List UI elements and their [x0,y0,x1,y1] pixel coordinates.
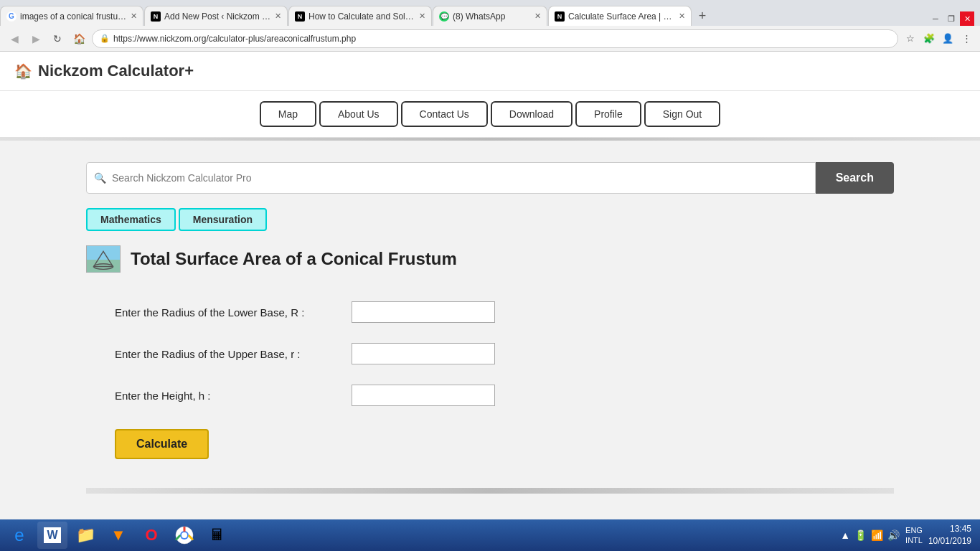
form-section: Enter the Radius of the Lower Base, R : … [86,294,894,474]
tab-close[interactable]: ✕ [679,11,685,21]
account-icon[interactable]: 👤 [940,31,956,47]
page-title: Total Surface Area of a Conical Frustum [131,249,457,269]
tab-title: How to Calculate and Solve for... [308,11,416,22]
form-row-height: Enter the Height, h : [115,385,865,406]
lower-radius-input[interactable] [352,301,495,323]
back-button[interactable]: ◀ [6,30,23,47]
taskbar-opera[interactable]: O [136,522,166,549]
volume-icon[interactable]: 🔊 [887,529,900,541]
chrome-icon [175,526,194,545]
tab-title: (8) WhatsApp [453,11,532,22]
tab-close[interactable]: ✕ [275,11,281,21]
browser-window: G images of a conical frustum - G... ✕ N… [0,0,980,551]
main-content: 🔍 Search Mathematics Mensuration [0,141,980,508]
tab-close[interactable]: ✕ [419,11,425,21]
clock-time: 13:45 [928,523,971,535]
close-button[interactable]: ✕ [960,11,974,26]
home-icon: 🏠 [14,62,32,80]
new-tab-button[interactable]: + [692,6,712,26]
tab-how-calculate[interactable]: N How to Calculate and Solve for... ✕ [288,6,432,26]
bottom-divider [86,488,894,494]
breadcrumb-section: Mathematics Mensuration [86,208,894,231]
taskbar-word[interactable]: W [37,522,67,549]
nav-profile[interactable]: Profile [575,101,641,127]
vlc-icon: ▼ [110,526,126,545]
site-logo-text: Nickzom Calculator+ [38,62,194,80]
tab-nickzom-blog[interactable]: N Add New Post ‹ Nickzom Blog -... ✕ [144,6,288,26]
tab-favicon: 💬 [439,11,449,22]
breadcrumb-mathematics[interactable]: Mathematics [86,208,176,231]
url-box[interactable]: 🔒 https://www.nickzom.org/calculator-plu… [92,29,898,48]
nav-map[interactable]: Map [260,101,316,127]
search-section: 🔍 Search [86,162,894,194]
page-title-section: Total Surface Area of a Conical Frustum [86,245,894,273]
taskbar: e W 📁 ▼ O 🖩 ▲ 🔋 📶 🔊 ENGINTL 13: [0,519,980,551]
site-header: 🏠 Nickzom Calculator+ [0,52,980,91]
nav-menu: Map About Us Contact Us Download Profile… [0,91,980,138]
minimize-button[interactable]: ─ [928,11,943,26]
files-icon: 📁 [76,526,95,545]
taskbar-right: ▲ 🔋 📶 🔊 ENGINTL 13:45 10/01/2019 [840,523,977,547]
tab-google-images[interactable]: G images of a conical frustum - G... ✕ [0,6,143,26]
window-controls: ─ ❐ ✕ [928,11,980,26]
restore-button[interactable]: ❐ [944,11,958,26]
nav-contact[interactable]: Contact Us [401,101,488,127]
form-row-upper-radius: Enter the Radius of the Upper Base, r : [115,343,865,364]
search-input-wrap: 🔍 [86,162,816,194]
reload-button[interactable]: ↻ [49,30,66,47]
system-clock: 13:45 10/01/2019 [928,523,971,547]
lock-icon: 🔒 [100,34,110,43]
tab-favicon: N [151,11,161,22]
taskbar-ie[interactable]: e [4,522,34,549]
nav-download[interactable]: Download [491,101,573,127]
height-label: Enter the Height, h : [115,390,352,402]
nav-about[interactable]: About Us [319,101,398,127]
tab-close[interactable]: ✕ [131,11,137,21]
extension-icon[interactable]: 🧩 [921,31,937,47]
tab-calculate-surface[interactable]: N Calculate Surface Area | Conica... ✕ [548,6,692,26]
ie-icon: e [14,525,24,545]
lower-radius-label: Enter the Radius of the Lower Base, R : [115,306,352,319]
calculate-button[interactable]: Calculate [115,429,209,459]
tab-bar: G images of a conical frustum - G... ✕ N… [0,0,980,26]
site-logo[interactable]: 🏠 Nickzom Calculator+ [14,62,194,80]
taskbar-files[interactable]: 📁 [70,522,100,549]
search-button[interactable]: Search [816,162,894,194]
taskbar-vlc[interactable]: ▼ [103,522,133,549]
menu-icon[interactable]: ⋮ [958,31,974,47]
taskbar-calculator[interactable]: 🖩 [202,522,232,549]
tab-whatsapp[interactable]: 💬 (8) WhatsApp ✕ [433,6,547,26]
tab-title: images of a conical frustum - G... [20,11,128,22]
search-input[interactable] [112,172,808,184]
clock-date: 10/01/2019 [928,535,971,547]
word-icon: W [44,527,60,543]
tab-close[interactable]: ✕ [534,11,541,21]
network-icon: 📶 [871,529,883,541]
svg-rect-1 [87,260,120,272]
forward-button[interactable]: ▶ [27,30,44,47]
height-input[interactable] [352,385,495,406]
tab-favicon: N [555,11,565,22]
url-text: https://www.nickzom.org/calculator-plus/… [113,34,356,44]
breadcrumb-mensuration[interactable]: Mensuration [179,208,267,231]
tab-title: Calculate Surface Area | Conica... [568,11,676,22]
page-content: 🏠 Nickzom Calculator+ Map About Us Conta… [0,52,980,551]
calculator-icon: 🖩 [209,526,225,545]
opera-icon: O [145,526,157,545]
nav-signout[interactable]: Sign Out [644,101,720,127]
form-row-lower-radius: Enter the Radius of the Lower Base, R : [115,301,865,323]
address-actions: ☆ 🧩 👤 ⋮ [903,31,974,47]
address-bar: ◀ ▶ ↻ 🏠 🔒 https://www.nickzom.org/calcul… [0,26,980,52]
page-icon [86,245,121,273]
svg-point-6 [182,532,187,538]
home-button[interactable]: 🏠 [70,30,88,47]
language-indicator: ENGINTL [905,525,923,546]
arrow-up-icon[interactable]: ▲ [840,529,850,541]
tab-favicon: G [6,11,17,22]
battery-icon: 🔋 [854,529,867,541]
tab-title: Add New Post ‹ Nickzom Blog -... [164,11,272,22]
taskbar-chrome[interactable] [169,522,199,549]
upper-radius-input[interactable] [352,343,495,364]
search-icon: 🔍 [94,172,106,184]
bookmark-icon[interactable]: ☆ [903,31,918,47]
